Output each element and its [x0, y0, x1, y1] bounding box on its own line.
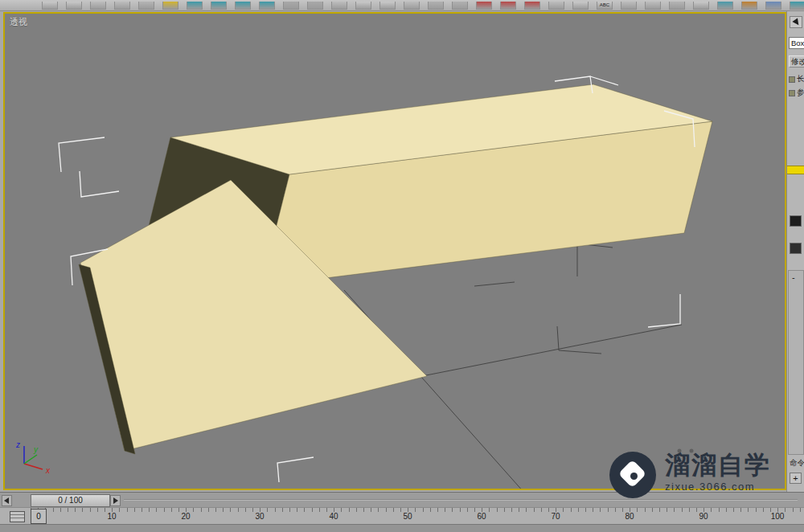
- stack-item-icon: [789, 90, 795, 96]
- next-frame-button[interactable]: [110, 495, 121, 506]
- layer-manager-icon[interactable]: [645, 2, 661, 10]
- watermark-logo: [609, 452, 656, 498]
- stack-item-icon: [789, 76, 795, 83]
- select-and-rotate-icon[interactable]: [307, 2, 323, 10]
- bind-to-space-warp-icon[interactable]: [138, 2, 154, 10]
- trackbar-frame-label: 80: [625, 512, 634, 521]
- material-editor-icon[interactable]: [741, 2, 757, 10]
- schematic-view-icon[interactable]: [717, 2, 733, 10]
- stack-item[interactable]: 参数: [787, 86, 804, 100]
- status-strip: [0, 524, 804, 532]
- viewport-label[interactable]: 透视: [10, 16, 27, 28]
- modifier-stack: 长方体参数: [787, 72, 804, 100]
- panel-cursor-icon[interactable]: [790, 16, 802, 28]
- spinner-snap-toggle-icon[interactable]: [524, 2, 540, 10]
- trackbar-frame-label: 20: [181, 512, 190, 521]
- previous-frame-button[interactable]: [2, 495, 12, 506]
- trackbar-frame-label: 30: [255, 512, 264, 521]
- select-and-manipulate-icon[interactable]: [404, 2, 420, 10]
- rollout-expand-button[interactable]: +: [790, 473, 802, 484]
- select-object-icon[interactable]: [187, 2, 203, 10]
- rollout-area[interactable]: -: [788, 270, 804, 455]
- watermark: 溜溜自学 zixue.3066.com: [609, 452, 771, 498]
- stack-item-label: 参数: [797, 88, 804, 98]
- select-link-icon[interactable]: [90, 2, 106, 10]
- abc-spell-icon[interactable]: ABC: [597, 2, 613, 10]
- render-setup-icon[interactable]: [765, 2, 781, 10]
- edit-named-selection-sets-icon[interactable]: [548, 2, 564, 10]
- render-production-icon[interactable]: [790, 2, 804, 10]
- select-by-name-icon[interactable]: [211, 2, 227, 10]
- snap-toggle-icon[interactable]: [452, 2, 468, 10]
- trackbar-frame-label: 40: [329, 512, 338, 521]
- axis-y-label: y: [33, 445, 39, 454]
- command-label: 命令: [790, 458, 804, 469]
- trackbar-frame-label: 70: [551, 512, 560, 521]
- watermark-url: zixue.3066.com: [665, 481, 771, 493]
- keyboard-shortcut-override-icon[interactable]: [428, 2, 444, 10]
- reference-coordinate-system-icon[interactable]: [355, 2, 371, 10]
- modifier-list-dropdown[interactable]: 修改器列表: [789, 55, 804, 68]
- pin-stack-button[interactable]: [790, 243, 802, 254]
- axis-z-label: z: [15, 440, 20, 449]
- highlighted-stack-row[interactable]: [787, 166, 804, 174]
- redo-icon[interactable]: [66, 2, 82, 10]
- perspective-viewport[interactable]: z x y 透视: [3, 12, 786, 490]
- rollout-collapse-label[interactable]: -: [792, 272, 795, 282]
- main-toolbar: ABC: [0, 0, 804, 11]
- use-pivot-point-center-icon[interactable]: [379, 2, 396, 10]
- stack-item-label: 长方体: [797, 74, 804, 84]
- select-and-scale-icon[interactable]: [331, 2, 347, 10]
- stack-item[interactable]: 长方体: [787, 72, 804, 86]
- select-and-move-icon[interactable]: [283, 2, 299, 10]
- viewport-canvas[interactable]: z x y: [5, 14, 785, 489]
- graphite-modeling-tools-icon[interactable]: [669, 2, 685, 10]
- trackbar-frame-label: 100: [771, 512, 785, 521]
- track-bar[interactable]: 0 102030405060708090100: [0, 507, 804, 524]
- trackbar-frame-label: 60: [477, 512, 486, 521]
- trackbar-mode-icon[interactable]: [10, 511, 25, 522]
- trackbar-frame-label: 90: [699, 512, 708, 521]
- watermark-brand: 溜溜自学: [665, 452, 771, 479]
- stack-button-dark[interactable]: [790, 215, 802, 227]
- window-crossing-icon[interactable]: [259, 2, 275, 10]
- rectangular-selection-region-icon[interactable]: [235, 2, 251, 10]
- trackbar-ticks: [31, 508, 801, 512]
- trackbar-frame-label: 10: [107, 512, 116, 521]
- percent-snap-toggle-icon[interactable]: [500, 2, 516, 10]
- undo-icon[interactable]: [42, 2, 58, 10]
- object-name-field[interactable]: Box001: [789, 37, 804, 49]
- current-frame-marker[interactable]: 0: [31, 509, 47, 524]
- axis-x-label: x: [45, 466, 51, 475]
- selection-filter-icon[interactable]: [162, 2, 178, 10]
- trackbar-frame-label: 50: [403, 512, 412, 521]
- curve-editor-icon[interactable]: [693, 2, 709, 10]
- command-panel: Box001 修改器列表 长方体参数 - 命令 +: [786, 11, 804, 492]
- align-icon[interactable]: [621, 2, 637, 10]
- time-slider-handle[interactable]: 0 / 100: [31, 494, 110, 507]
- mirror-icon[interactable]: [572, 2, 589, 10]
- angle-snap-toggle-icon[interactable]: [476, 2, 492, 10]
- unlink-selection-icon[interactable]: [114, 2, 130, 10]
